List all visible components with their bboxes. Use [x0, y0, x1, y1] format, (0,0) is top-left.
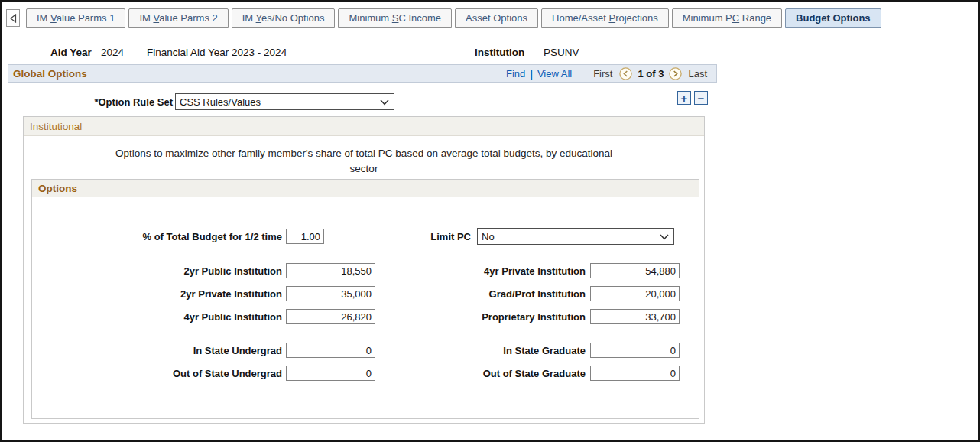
global-options-title: Global Options [13, 68, 506, 80]
tab-label: IM Yes/No Options [242, 12, 325, 24]
link-separator: | [530, 68, 533, 80]
view-all-link[interactable]: View All [537, 68, 572, 80]
tab-minimum-sc-income[interactable]: Minimum SC Income [338, 8, 452, 28]
field-row: In State Undergrad In State Graduate [32, 342, 699, 359]
proprietary-institution-label: Proprietary Institution [375, 311, 586, 323]
tab-minimum-pc-range[interactable]: Minimum PC Range [672, 8, 782, 28]
record-position: 1 of 3 [638, 68, 664, 80]
input-in-state-graduate[interactable] [590, 343, 680, 358]
next-row-button[interactable] [669, 67, 682, 80]
input-4yr-public-institution[interactable] [286, 309, 375, 324]
limit-pc-value: No [482, 231, 495, 242]
tab-asset-options[interactable]: Asset Options [455, 8, 538, 28]
input-4yr-private-institution[interactable] [590, 263, 680, 278]
tab-home-asset-projections[interactable]: Home/Asset Projections [541, 8, 669, 28]
institution-label: Institution [475, 47, 524, 58]
2yr-private-institution-label: 2yr Private Institution [32, 288, 282, 300]
input-out-of-state-undergrad[interactable] [286, 366, 375, 381]
tab-im-value-parms-2[interactable]: IM Value Parms 2 [128, 8, 228, 28]
minus-icon: − [698, 92, 705, 105]
options-title: Options [32, 180, 699, 197]
tab-bar: IM Value Parms 1 IM Value Parms 2 IM Yes… [5, 6, 975, 28]
tab-im-value-parms-1[interactable]: IM Value Parms 1 [26, 8, 125, 28]
4yr-private-institution-label: 4yr Private Institution [375, 265, 586, 277]
in-state-graduate-label: In State Graduate [375, 345, 586, 356]
tab-label: IM Value Parms 1 [37, 12, 115, 24]
app-window: IM Value Parms 1 IM Value Parms 2 IM Yes… [0, 0, 980, 442]
input-out-of-state-graduate[interactable] [590, 366, 680, 381]
chevron-down-icon [660, 234, 669, 240]
last-link[interactable]: Last [688, 68, 707, 80]
aid-year-description: Financial Aid Year 2023 - 2024 [147, 47, 287, 58]
input-2yr-public-institution[interactable] [286, 263, 375, 278]
pct-total-budget-label: % of Total Budget for 1/2 time [32, 231, 282, 242]
institutional-title: Institutional [24, 117, 704, 136]
input-proprietary-institution[interactable] [590, 309, 680, 324]
field-row: 2yr Public Institution 4yr Private Insti… [32, 262, 699, 279]
tab-budget-options[interactable]: Budget Options [785, 8, 881, 28]
global-options-header-bar: Global Options Find | View All First 1 o… [8, 64, 717, 83]
options-group-box: Options % of Total Budget for 1/2 time L… [31, 179, 699, 419]
out-of-state-undergrad-label: Out of State Undergrad [32, 368, 282, 379]
tab-im-yes-no-options[interactable]: IM Yes/No Options [232, 8, 336, 28]
input-2yr-private-institution[interactable] [286, 286, 375, 301]
plus-icon: + [681, 92, 688, 105]
institutional-description: Options to maximize other family member'… [24, 146, 704, 177]
limit-pc-select[interactable]: No [477, 228, 674, 245]
in-state-undergrad-label: In State Undergrad [32, 345, 282, 356]
4yr-public-institution-label: 4yr Public Institution [32, 311, 282, 323]
add-row-button[interactable]: + [677, 91, 691, 105]
input-in-state-undergrad[interactable] [286, 343, 375, 358]
input-grad-prof-institution[interactable] [590, 286, 680, 301]
input-pct-total-budget[interactable] [286, 229, 324, 244]
2yr-public-institution-label: 2yr Public Institution [32, 265, 282, 277]
institutional-group-box: Institutional Options to maximize other … [23, 116, 705, 424]
tab-label: Budget Options [796, 12, 871, 24]
tab-label: Asset Options [466, 12, 527, 24]
tab-label: Minimum SC Income [349, 12, 441, 24]
out-of-state-graduate-label: Out of State Graduate [375, 368, 586, 379]
left-arrow-icon [9, 14, 17, 23]
option-rule-set-label: *Option Rule Set [8, 96, 173, 108]
next-arrow-icon [669, 67, 682, 80]
chevron-down-icon [380, 99, 389, 106]
tab-label: IM Value Parms 2 [139, 12, 217, 24]
tab-label: Minimum PC Range [683, 12, 771, 24]
aid-year-value: 2024 [101, 47, 124, 58]
previous-row-button[interactable] [619, 67, 632, 80]
option-rule-set-select[interactable]: CSS Rules/Values [175, 93, 394, 110]
scroll-tabs-left-button[interactable] [6, 9, 20, 27]
first-link[interactable]: First [593, 68, 612, 80]
option-rule-set-row: *Option Rule Set CSS Rules/Values [8, 93, 394, 110]
field-row: % of Total Budget for 1/2 time Limit PC … [32, 228, 699, 245]
grad-prof-institution-label: Grad/Prof Institution [375, 288, 586, 300]
row-action-buttons: + − [677, 91, 708, 105]
field-row: 2yr Private Institution Grad/Prof Instit… [32, 285, 699, 302]
tab-label: Home/Asset Projections [552, 12, 658, 24]
delete-row-button[interactable]: − [694, 91, 708, 105]
institution-value: PSUNV [544, 47, 579, 58]
previous-arrow-icon [619, 67, 632, 80]
field-row: Out of State Undergrad Out of State Grad… [32, 365, 699, 382]
aid-year-label: Aid Year [50, 47, 92, 58]
key-fields-row: Aid Year 2024 Financial Aid Year 2023 - … [2, 47, 978, 60]
option-rule-set-value: CSS Rules/Values [180, 96, 261, 108]
field-row: 4yr Public Institution Proprietary Insti… [32, 308, 699, 325]
limit-pc-label: Limit PC [324, 231, 471, 242]
find-link[interactable]: Find [506, 68, 525, 80]
